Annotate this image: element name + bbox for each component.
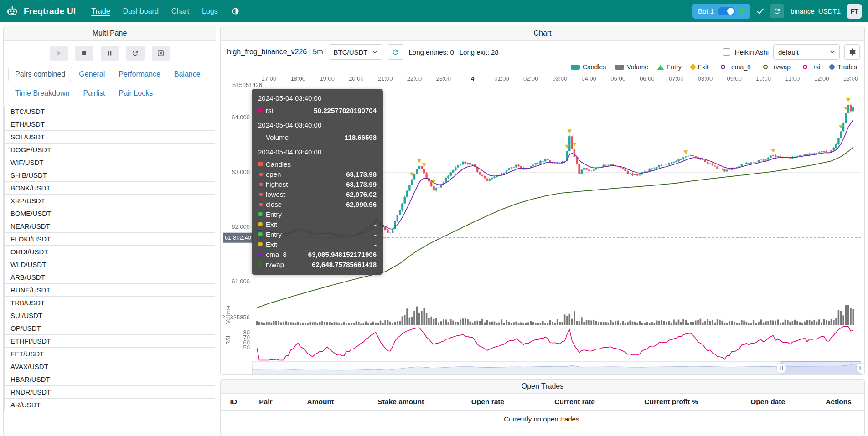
pair-row-eth-usdt[interactable]: ETH/USDT: [4, 118, 215, 131]
empty-trades-message: Currently no open trades.: [221, 410, 864, 427]
nav-links: TradeDashboardChartLogs: [85, 5, 224, 18]
sidebar-tab-general[interactable]: General: [72, 67, 112, 82]
chart-panel: Chart high_frog_binance_v226 | 5m BTC/US…: [220, 26, 865, 375]
pair-row-avax-usdt[interactable]: AVAX/USDT: [4, 360, 215, 373]
candles-legend-icon: [571, 65, 580, 70]
rsi-legend-icon: [800, 64, 811, 70]
chart-controls: high_frog_binance_v226 | 5m BTC/USDT Lon…: [221, 41, 864, 62]
pair-row-ethfi-usdt[interactable]: ETHFI/USDT: [4, 334, 215, 348]
pair-row-near-usdt[interactable]: NEAR/USDT: [4, 220, 215, 233]
legend-item-rsi[interactable]: rsi: [800, 63, 820, 71]
stop-button[interactable]: [75, 46, 93, 61]
pair-row-bonk-usdt[interactable]: BONK/USDT: [4, 181, 215, 195]
pair-row-wld-usdt[interactable]: WLD/USDT: [4, 258, 215, 271]
pair-row-xrp-usdt[interactable]: XRP/USDT: [4, 194, 215, 207]
open-trades-title: Open Trades: [221, 380, 864, 394]
chevron-down-icon: [372, 51, 377, 54]
theme-moon-icon[interactable]: [232, 7, 239, 15]
clear-table-button[interactable]: [152, 46, 170, 61]
pair-row-trb-usdt[interactable]: TRB/USDT: [4, 296, 215, 309]
sidebar-tab-pairlist[interactable]: Pairlist: [76, 86, 112, 101]
nav-link-dashboard[interactable]: Dashboard: [117, 5, 165, 18]
legend-item-exit[interactable]: Exit: [691, 63, 708, 71]
refresh-all-button[interactable]: [770, 4, 784, 18]
pair-row-hbar-usdt[interactable]: HBAR/USDT: [4, 373, 215, 386]
pair-row-btc-usdt[interactable]: BTC/USDT: [4, 105, 215, 118]
column-header-amount: Amount: [285, 394, 356, 410]
sidebar-tabs: Pairs combinedGeneralPerformanceBalanceT…: [4, 65, 216, 105]
pair-row-wif-usdt[interactable]: WIF/USDT: [4, 156, 215, 169]
bot-control-buttons: [4, 41, 216, 65]
long-entries-label: Long entries: 0: [409, 48, 454, 56]
column-header-actions: Actions: [813, 394, 864, 410]
sidebar-tab-pairs-combined[interactable]: Pairs combined: [8, 67, 72, 82]
exchange-account-label: binance_USDT1: [790, 7, 841, 15]
price-chart-canvas[interactable]: [223, 72, 862, 375]
rvwap-legend-icon: [760, 64, 771, 70]
gear-icon: [848, 48, 856, 56]
bot-name: Bot 1: [698, 7, 714, 15]
pair-select[interactable]: BTC/USDT: [329, 44, 382, 60]
pause-button[interactable]: [101, 46, 119, 61]
play-button[interactable]: [50, 46, 68, 61]
legend-item-trades[interactable]: Trades: [829, 63, 857, 71]
sidebar-tab-pair-locks[interactable]: Pair Locks: [112, 86, 160, 101]
column-header-id: ID: [221, 394, 246, 410]
pair-row-floki-usdt[interactable]: FLOKI/USDT: [4, 232, 215, 246]
open-trades-panel: Open Trades IDPairAmountStake amountOpen…: [220, 379, 865, 436]
bot-selector[interactable]: Bot 1: [692, 4, 750, 19]
nav-link-logs[interactable]: Logs: [196, 5, 224, 18]
volume-legend-icon: [615, 65, 624, 70]
pair-row-sui-usdt[interactable]: SUI/USDT: [4, 309, 215, 322]
legend-label: Volume: [627, 63, 648, 71]
user-avatar[interactable]: FT: [847, 4, 862, 19]
legend-item-ema_8[interactable]: ema_8: [718, 63, 751, 71]
reload-config-button[interactable]: [126, 46, 145, 61]
heikin-ashi-checkbox[interactable]: [723, 48, 730, 56]
entry-legend-icon: [657, 65, 664, 70]
heikin-ashi-label: Heikin Ashi: [735, 48, 769, 56]
pair-row-ordi-usdt[interactable]: ORDI/USDT: [4, 245, 215, 258]
legend-label: Candles: [583, 63, 606, 71]
plot-settings-button[interactable]: [844, 44, 860, 60]
sidebar-tab-balance[interactable]: Balance: [167, 67, 207, 82]
legend-label: rvwap: [774, 63, 790, 71]
pair-row-arb-usdt[interactable]: ARB/USDT: [4, 271, 215, 284]
pair-row-rndr-usdt[interactable]: RNDR/USDT: [4, 385, 215, 399]
ema_8-legend-icon: [718, 64, 728, 70]
legend-item-candles[interactable]: Candles: [571, 63, 606, 71]
plot-config-select[interactable]: default: [773, 44, 840, 60]
legend-item-rvwap[interactable]: rvwap: [760, 63, 790, 71]
bot-toggle[interactable]: [718, 7, 735, 15]
pair-row-ar-usdt[interactable]: AR/USDT: [4, 398, 215, 411]
nav-link-trade[interactable]: Trade: [85, 5, 116, 18]
pair-row-op-usdt[interactable]: OP/USDT: [4, 322, 215, 335]
bot-online-indicator: [739, 8, 745, 14]
legend-label: Entry: [666, 63, 682, 71]
pair-row-doge-usdt[interactable]: DOGE/USDT: [4, 143, 215, 156]
sidebar-tab-performance[interactable]: Performance: [112, 67, 167, 82]
column-header-stake-amount: Stake amount: [356, 394, 446, 410]
chevron-down-icon: [830, 51, 835, 54]
legend-item-volume[interactable]: Volume: [615, 63, 648, 71]
column-header-current-rate: Current rate: [530, 394, 620, 410]
refresh-chart-button[interactable]: [388, 44, 403, 60]
pair-row-bome-usdt[interactable]: BOME/USDT: [4, 207, 215, 220]
pair-row-rune-usdt[interactable]: RUNE/USDT: [4, 283, 215, 297]
top-navbar: Freqtrade UI TradeDashboardChartLogs Bot…: [0, 0, 868, 22]
pair-row-sol-usdt[interactable]: SOL/USDT: [4, 130, 215, 144]
long-exit-label: Long exit: 28: [460, 48, 499, 56]
exit-legend-icon: [690, 64, 696, 70]
sidebar-tab-time-breakdown[interactable]: Time Breakdown: [8, 86, 76, 101]
reload-icon: [392, 48, 399, 56]
legend-label: rsi: [813, 63, 820, 71]
pair-list: BTC/USDTETH/USDTSOL/USDTDOGE/USDTWIF/USD…: [4, 105, 215, 411]
pair-row-shib-usdt[interactable]: SHIB/USDT: [4, 169, 215, 182]
nav-link-chart[interactable]: Chart: [165, 5, 196, 18]
legend-label: Exit: [698, 63, 708, 71]
legend-label: Trades: [837, 63, 857, 71]
multi-pane-panel: Multi Pane Pairs combinedGeneralPerforma…: [3, 26, 216, 436]
column-header-open-date: Open date: [723, 394, 813, 410]
legend-item-entry[interactable]: Entry: [657, 63, 682, 71]
pair-row-fet-usdt[interactable]: FET/USDT: [4, 347, 215, 360]
